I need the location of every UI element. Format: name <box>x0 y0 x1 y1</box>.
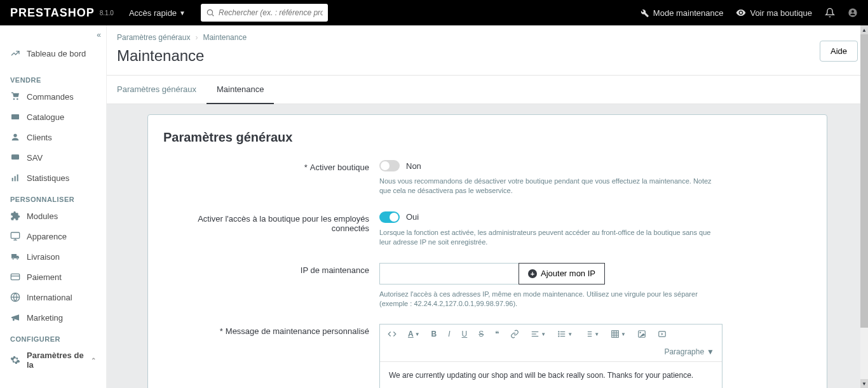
svg-point-23 <box>559 331 559 332</box>
svg-rect-7 <box>12 178 13 181</box>
wrench-icon <box>639 8 649 18</box>
enable-shop-help: Nous vous recommandons de désactiver vot… <box>379 177 722 196</box>
sidebar-item-label: Apparence <box>27 232 67 241</box>
sidebar-section-sell: VENDRE <box>0 69 106 86</box>
profile-button[interactable] <box>848 8 858 18</box>
sidebar-item-label: Paramètres de la <box>27 351 85 370</box>
collapse-sidebar-button[interactable]: « <box>97 30 101 39</box>
sidebar-item-label: Clients <box>27 133 52 142</box>
version: 8.1.0 <box>100 10 114 17</box>
sidebar-item-label: Tableau de bord <box>27 49 86 58</box>
editor-toolbar: A▼ B I U S ❝ ▼ ▼ ▼ ▼ <box>380 324 722 362</box>
numbered-list-button[interactable]: ▼ <box>581 328 602 340</box>
help-button[interactable]: Aide <box>820 41 858 62</box>
svg-rect-10 <box>11 232 19 238</box>
svg-rect-13 <box>11 274 19 279</box>
stats-icon <box>10 173 20 183</box>
sidebar-item-stats[interactable]: Statistiques <box>0 168 106 188</box>
bell-icon <box>825 8 835 18</box>
desktop-icon <box>10 231 20 241</box>
svg-rect-29 <box>612 331 619 338</box>
employee-access-toggle[interactable] <box>379 211 400 223</box>
chat-icon <box>10 152 20 163</box>
sidebar-item-appearance[interactable]: Apparence <box>0 226 106 246</box>
image-button[interactable] <box>635 328 649 340</box>
align-button[interactable]: ▼ <box>528 328 548 340</box>
quote-button[interactable]: ❝ <box>492 328 501 340</box>
maintenance-mode-link[interactable]: Mode maintenance <box>639 8 724 18</box>
svg-rect-6 <box>11 154 19 159</box>
sidebar-item-label: Commandes <box>27 92 74 102</box>
notifications-button[interactable] <box>825 8 835 18</box>
bold-button[interactable]: B <box>429 328 440 340</box>
enable-shop-toggle[interactable] <box>379 160 400 171</box>
strikethrough-button[interactable]: S <box>476 328 486 340</box>
underline-button[interactable]: U <box>459 328 470 340</box>
view-shop-label: Voir ma boutique <box>750 8 812 18</box>
sidebar-item-catalog[interactable]: Catalogue <box>0 107 106 127</box>
tab-maintenance[interactable]: Maintenance <box>207 76 274 104</box>
sidebar-item-label: Marketing <box>27 313 63 323</box>
sidebar-item-modules[interactable]: Modules <box>0 206 106 226</box>
page-title: Maintenance <box>117 47 858 65</box>
scrollbar-track[interactable] <box>860 34 868 379</box>
chevron-up-icon: ⌃ <box>91 357 96 364</box>
truck-icon <box>10 251 20 262</box>
search-input[interactable] <box>219 8 323 17</box>
view-shop-link[interactable]: Voir ma boutique <box>736 8 812 18</box>
table-button[interactable]: ▼ <box>608 328 628 340</box>
editor-content[interactable]: We are currently updating our shop and w… <box>380 362 722 388</box>
maintenance-ip-input[interactable] <box>379 263 519 284</box>
link-button[interactable] <box>508 328 522 340</box>
sidebar-section-configure: CONFIGURER <box>0 328 106 345</box>
quick-access-menu[interactable]: Accès rapide ▼ <box>129 8 186 18</box>
video-button[interactable] <box>655 328 669 340</box>
sidebar-item-shop-params[interactable]: Paramètres de la ⌃ <box>0 345 106 375</box>
svg-rect-9 <box>17 175 18 182</box>
svg-point-35 <box>639 332 641 333</box>
employee-access-state: Oui <box>406 212 419 222</box>
bullet-list-button[interactable]: ▼ <box>555 328 575 340</box>
tab-general[interactable]: Paramètres généraux <box>107 76 207 104</box>
sidebar-item-label: Catalogue <box>27 112 64 122</box>
search-box[interactable] <box>201 4 328 22</box>
sidebar-item-orders[interactable]: Commandes <box>0 86 106 107</box>
scroll-up-button[interactable]: ▲ <box>860 25 868 34</box>
scrollbar[interactable]: ▲ ▼ <box>860 25 868 388</box>
trending-icon <box>10 48 20 58</box>
caret-down-icon: ▼ <box>179 10 186 17</box>
italic-button[interactable]: I <box>445 328 452 340</box>
sidebar-item-shipping[interactable]: Livraison <box>0 246 106 267</box>
chevron-right-icon: › <box>195 33 198 42</box>
sidebar-item-marketing[interactable]: Marketing <box>0 307 106 328</box>
megaphone-icon <box>10 312 20 323</box>
sidebar-item-label: SAV <box>27 153 43 163</box>
sidebar-item-payment[interactable]: Paiement <box>0 267 106 287</box>
svg-rect-8 <box>15 176 16 181</box>
sidebar-item-label: Livraison <box>27 252 60 262</box>
text-color-button[interactable]: A▼ <box>405 328 423 340</box>
sidebar-item-label: Statistiques <box>27 173 69 183</box>
sidebar-item-international[interactable]: International <box>0 287 106 307</box>
sidebar-item-customers[interactable]: Clients <box>0 127 106 147</box>
scroll-down-button[interactable]: ▼ <box>860 379 868 388</box>
eye-icon <box>736 8 746 18</box>
paragraph-format-select[interactable]: Paragraphe▼ <box>661 346 717 358</box>
maintenance-ip-help: Autorisez l'accès à ces adresses IP, mêm… <box>379 290 722 309</box>
svg-point-3 <box>851 10 854 13</box>
main-content: Paramètres généraux › Maintenance Mainte… <box>107 25 868 388</box>
globe-icon <box>10 292 20 302</box>
breadcrumb: Paramètres généraux › Maintenance <box>117 33 858 42</box>
scrollbar-thumb[interactable] <box>860 34 868 328</box>
sidebar-item-dashboard[interactable]: Tableau de bord <box>0 43 106 64</box>
breadcrumb-item[interactable]: Paramètres généraux <box>117 33 190 42</box>
sidebar: « Tableau de bord VENDRE Commandes Catal… <box>0 25 107 388</box>
tabs: Paramètres généraux Maintenance <box>107 76 868 104</box>
custom-message-label: Message de maintenance personnalisé <box>226 326 369 336</box>
panel-title: Paramètres généraux <box>163 130 811 145</box>
employee-access-label: Activer l'accès à la boutique pour les e… <box>198 214 369 233</box>
rich-text-editor: A▼ B I U S ❝ ▼ ▼ ▼ ▼ <box>379 324 722 388</box>
source-code-button[interactable] <box>385 328 399 340</box>
add-my-ip-button[interactable]: + Ajouter mon IP <box>519 263 605 284</box>
sidebar-item-sav[interactable]: SAV <box>0 147 106 168</box>
